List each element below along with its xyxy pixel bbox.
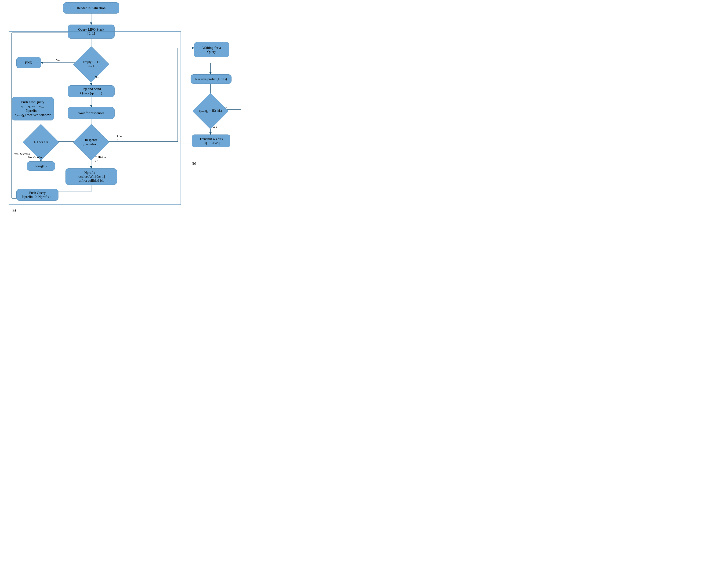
transmit-ws-box: Transmit ws bitsID[L:L+ws] bbox=[192, 134, 230, 147]
end-label: END bbox=[25, 61, 32, 65]
ws-func-box: ws=f(L) bbox=[27, 161, 55, 171]
nprefix-collision-label: Nprefix =receivedWin[0:c-1]c:first colli… bbox=[78, 171, 105, 183]
waiting-query-label: Waiting for aQuery bbox=[203, 46, 221, 54]
q-id-diamond-wrapper: q₁…qL = ID(1:L) bbox=[197, 97, 225, 125]
collision-label: Collision> 1 bbox=[95, 155, 106, 163]
yes-success-label: Yes: Success bbox=[14, 152, 30, 156]
reader-init-box: Reader Initialization bbox=[63, 2, 119, 14]
push-query-nprefix-box: Push QueryNprefix+0, Nprefix+1 bbox=[16, 189, 58, 201]
pop-send-box: Pop and SendQuery (q₁…qL) bbox=[68, 85, 114, 97]
waiting-query-box: Waiting for aQuery bbox=[194, 42, 229, 57]
empty-lifo-diamond-wrapper: Empty LIFOStack bbox=[77, 50, 105, 78]
response-number-diamond-wrapper: Responsenumber bbox=[77, 128, 105, 156]
no-label-q-id: No bbox=[225, 106, 228, 110]
no-goon-label: No: Go-On bbox=[28, 155, 42, 159]
yes-label-q-id: Yes bbox=[212, 125, 217, 129]
receive-prefix-label: Receive prefix (L bits) bbox=[195, 77, 227, 81]
q-id-label: q₁…qL = ID(1:L) bbox=[198, 109, 223, 114]
query-lifo-box: Query LIFO Stack[0, 1] bbox=[68, 25, 114, 39]
wait-responses-box: Wait for responses bbox=[68, 107, 114, 119]
pop-send-label: Pop and SendQuery (q₁…qL) bbox=[80, 87, 102, 96]
part-a-label: (a) bbox=[12, 208, 16, 212]
idle-0-label: Idle0 bbox=[117, 134, 122, 142]
no-label-empty-lifo: No bbox=[95, 75, 99, 79]
part-b-label: (b) bbox=[192, 161, 196, 166]
yes-label: Yes bbox=[56, 58, 60, 62]
response-number-label: Responsenumber bbox=[78, 138, 104, 146]
empty-lifo-label: Empty LIFOStack bbox=[78, 60, 104, 69]
query-lifo-label: Query LIFO Stack[0, 1] bbox=[78, 28, 104, 35]
diagram-container: Reader Initialization Query LIFO Stack[0… bbox=[0, 0, 257, 222]
push-query-nprefix-label: Push QueryNprefix+0, Nprefix+1 bbox=[22, 191, 53, 199]
l-ws-k-diamond-wrapper: L + ws = k bbox=[27, 128, 55, 156]
ws-func-label: ws=f(L) bbox=[35, 164, 47, 168]
wait-responses-label: Wait for responses bbox=[78, 111, 104, 115]
push-new-query-label: Push new Queryq₁…qLw₁…wwsNprefix =q₁…qL+… bbox=[15, 100, 51, 118]
push-new-query-box: Push new Queryq₁…qLw₁…wwsNprefix =q₁…qL+… bbox=[12, 97, 54, 121]
receive-prefix-box: Receive prefix (L bits) bbox=[190, 74, 232, 84]
l-ws-k-label: L + ws = k bbox=[28, 140, 54, 144]
transmit-ws-label: Transmit ws bitsID[L:L+ws] bbox=[200, 137, 223, 145]
end-box: END bbox=[16, 57, 41, 68]
nprefix-collision-box: Nprefix =receivedWin[0:c-1]c:first colli… bbox=[66, 169, 117, 185]
reader-init-label: Reader Initialization bbox=[77, 6, 106, 10]
